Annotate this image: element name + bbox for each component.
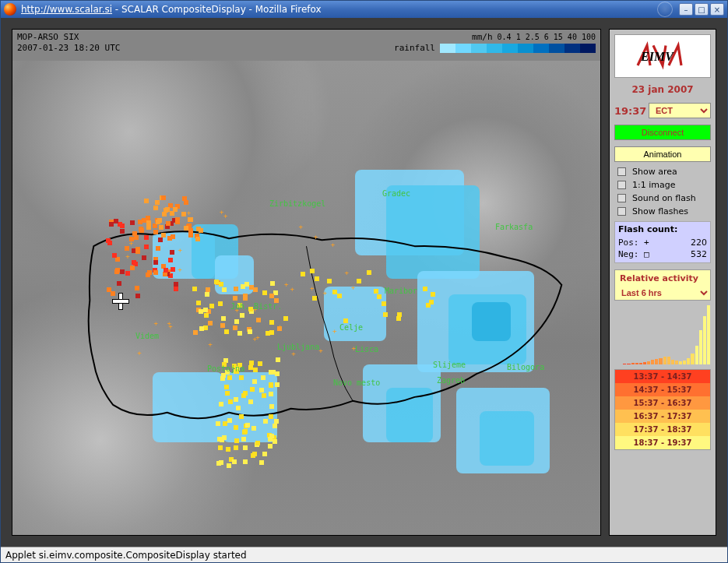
- flash-marker: [164, 268, 168, 273]
- flash-marker: [188, 233, 193, 238]
- city-label: Celje: [339, 323, 363, 332]
- flash-marker: [166, 221, 171, 226]
- checkbox-row[interactable]: Sound on flash: [610, 192, 716, 205]
- flash-marker: [224, 329, 229, 334]
- flash-cross: +: [154, 321, 160, 326]
- titlebar[interactable]: http://www.scalar.si - SCALAR CompositeD…: [1, 1, 727, 18]
- flash-marker: [234, 425, 238, 430]
- time-legend-row: 17:37 - 18:37: [615, 423, 710, 436]
- flash-marker: [170, 250, 174, 255]
- checkbox[interactable]: [617, 167, 626, 176]
- flash-marker: [397, 312, 402, 317]
- flash-marker: [270, 281, 275, 286]
- checkbox-row[interactable]: Show flashes: [610, 205, 716, 218]
- relative-activity-label: Relative activity: [614, 269, 711, 285]
- flash-marker: [168, 258, 173, 262]
- flash-marker: [431, 292, 435, 297]
- histogram-bar: [683, 361, 686, 364]
- flash-marker: [245, 423, 250, 428]
- flash-marker: [337, 294, 342, 298]
- flash-marker: [220, 323, 225, 328]
- flash-marker: [109, 222, 114, 227]
- close-button[interactable]: ×: [710, 3, 724, 16]
- checkbox[interactable]: [617, 194, 626, 202]
- flash-marker: [233, 296, 237, 301]
- histogram-bar: [651, 360, 654, 364]
- histogram-bar: [627, 364, 630, 364]
- minimize-button[interactable]: –: [679, 3, 693, 16]
- checkbox-row[interactable]: 1:1 image: [610, 178, 716, 192]
- flash-marker: [256, 318, 261, 322]
- flash-marker: [262, 393, 266, 398]
- flash-marker: [259, 460, 264, 465]
- checkbox[interactable]: [617, 181, 626, 189]
- relative-activity-select[interactable]: Last 6 hrs: [614, 285, 711, 301]
- flash-marker: [221, 316, 226, 321]
- date-label: 23 jan 2007: [610, 83, 716, 100]
- flash-marker: [164, 208, 168, 213]
- flash-marker: [310, 269, 315, 273]
- flash-marker: [227, 418, 232, 423]
- flash-marker: [114, 219, 118, 223]
- flash-marker: [199, 228, 203, 233]
- flash-marker: [156, 246, 160, 251]
- map-frame[interactable]: MOP-ARSO SIX 2007-01-23 18:20 UTC mm/h 0…: [12, 29, 601, 536]
- flash-marker: [262, 290, 267, 295]
- flash-marker: [117, 281, 121, 286]
- flash-marker: [144, 235, 149, 240]
- flash-marker: [301, 272, 305, 276]
- flash-marker: [227, 375, 232, 380]
- flash-marker: [332, 290, 337, 294]
- flash-marker: [423, 287, 427, 291]
- flash-marker: [243, 391, 248, 396]
- flash-marker: [161, 195, 166, 200]
- flash-cross: +: [167, 321, 172, 326]
- histogram-bar: [699, 330, 702, 364]
- flash-marker: [192, 287, 197, 291]
- map-timestamp: 2007-01-23 18:20 UTC: [17, 43, 120, 53]
- flash-marker: [146, 225, 151, 230]
- checkbox[interactable]: [617, 207, 626, 216]
- flash-marker: [222, 287, 227, 292]
- flash-marker: [276, 357, 280, 362]
- flash-cross: +: [137, 350, 142, 356]
- flash-marker: [195, 237, 200, 241]
- flash-marker: [174, 282, 178, 287]
- histogram-bar: [707, 305, 710, 364]
- flash-marker: [135, 286, 139, 290]
- flash-marker: [120, 269, 125, 274]
- maximize-button[interactable]: □: [695, 3, 709, 16]
- flash-marker: [367, 270, 371, 275]
- flash-marker: [275, 382, 280, 387]
- flash-marker: [274, 419, 279, 424]
- city-label: Gradec: [382, 189, 410, 198]
- flash-marker: [228, 399, 233, 404]
- flash-marker: [135, 247, 140, 252]
- histogram-bar: [691, 354, 694, 364]
- flash-marker: [224, 385, 229, 389]
- timezone-select[interactable]: ECT: [649, 103, 711, 118]
- histogram-bar: [643, 362, 646, 364]
- time-legend-row: 16:37 - 17:37: [615, 410, 710, 423]
- flash-marker: [269, 414, 273, 419]
- city-label: Lisca: [355, 345, 378, 354]
- city-label: Videm: [135, 332, 159, 340]
- histogram-bar: [635, 363, 638, 364]
- flash-marker: [227, 463, 231, 468]
- flash-marker: [250, 387, 255, 392]
- flash-marker: [243, 445, 248, 450]
- checkbox-row[interactable]: Show area: [610, 165, 716, 178]
- animation-button[interactable]: Animation: [614, 146, 711, 162]
- flash-marker: [132, 231, 137, 236]
- flash-marker: [312, 296, 317, 301]
- flash-marker: [269, 404, 274, 409]
- flash-marker: [269, 330, 274, 335]
- flash-cross: +: [278, 324, 283, 329]
- flash-marker: [147, 270, 152, 275]
- city-label: Zirbitzkogel: [269, 199, 325, 208]
- flash-marker: [261, 375, 266, 380]
- flash-marker: [107, 241, 112, 245]
- histogram-bar: [623, 364, 626, 364]
- histogram-bar: [659, 358, 662, 364]
- disconnect-button[interactable]: Disconnect: [614, 125, 711, 140]
